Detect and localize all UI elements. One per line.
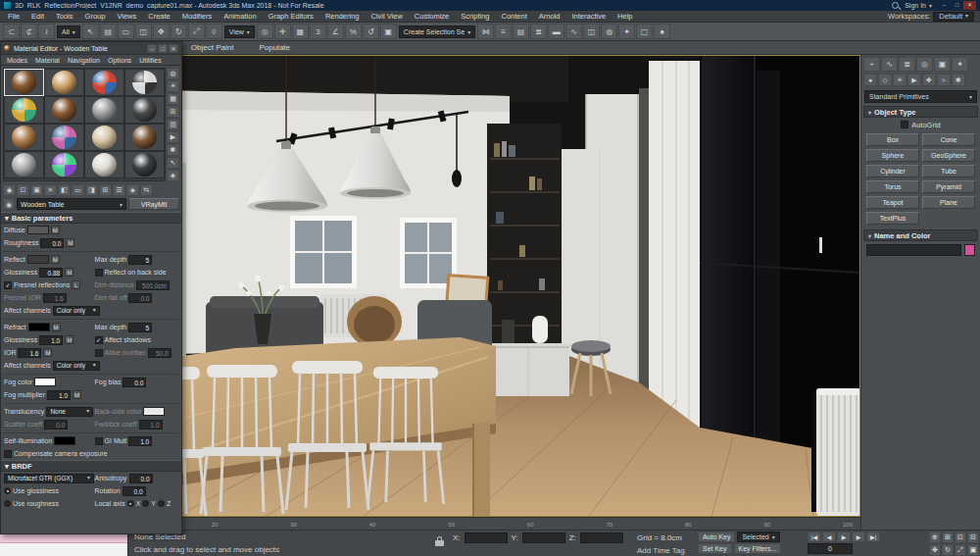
- self-illumination-swatch[interactable]: [54, 436, 75, 445]
- basic-parameters-rollout[interactable]: ▾Basic parameters: [1, 212, 181, 224]
- fresnel-reflections-checkbox[interactable]: ✓: [4, 281, 12, 289]
- reflect-map-button[interactable]: M: [51, 255, 60, 264]
- maximize-viewport-icon[interactable]: ▣: [967, 544, 979, 556]
- curve-editor-icon[interactable]: ∿: [565, 24, 582, 39]
- material-editor-icon[interactable]: ◍: [601, 24, 617, 39]
- select-and-manipulate-icon[interactable]: ✛: [274, 24, 291, 39]
- material-editor-menu-item[interactable]: Options: [104, 57, 135, 64]
- reflect-max-depth-spinner[interactable]: 5: [128, 255, 152, 265]
- render-setup-icon[interactable]: ✦: [618, 24, 635, 39]
- y-coordinate-field[interactable]: [522, 532, 565, 543]
- material-name-dropdown[interactable]: Wooden Table▾: [17, 198, 126, 210]
- material-editor-menu-item[interactable]: Navigation: [64, 57, 104, 64]
- close-button[interactable]: ✕: [963, 1, 976, 10]
- mult-spinner[interactable]: 1.0: [128, 436, 152, 446]
- object-type-button[interactable]: Cylinder: [866, 165, 919, 177]
- fresnel-ior-spinner[interactable]: 1.6: [43, 293, 67, 303]
- anisotropy-spinner[interactable]: 0.0: [129, 474, 153, 483]
- material-slot[interactable]: [124, 124, 165, 151]
- rendered-frame-window-icon[interactable]: ▢: [636, 24, 653, 39]
- name-color-rollout[interactable]: ▾Name and Color: [863, 229, 978, 241]
- get-material-icon[interactable]: ◉: [3, 184, 16, 196]
- use-roughness-radio[interactable]: [4, 500, 11, 507]
- backlight-icon[interactable]: ☀: [167, 80, 179, 92]
- go-to-end-button[interactable]: ▶|: [866, 531, 880, 542]
- fresnel-lock-button[interactable]: L: [72, 280, 80, 289]
- back-side-color-swatch[interactable]: [143, 407, 165, 416]
- refract-glossiness-spinner[interactable]: 1.0: [39, 335, 63, 345]
- pick-material-icon[interactable]: ◉: [3, 198, 15, 210]
- toggle-layer-explorer-icon[interactable]: ≣: [530, 24, 547, 39]
- primitives-dropdown[interactable]: Standard Primitives▾: [864, 90, 977, 103]
- tab-display[interactable]: ▣: [934, 57, 951, 72]
- object-type-button[interactable]: Sphere: [866, 149, 919, 162]
- scatter-coeff-spinner[interactable]: 0.0: [44, 420, 68, 430]
- options-icon[interactable]: ✱: [167, 144, 179, 156]
- material-slot[interactable]: [44, 151, 84, 178]
- tab-modify[interactable]: ∿: [881, 57, 898, 72]
- object-type-button[interactable]: TextPlus: [866, 212, 919, 225]
- select-by-name-icon[interactable]: ▤: [100, 24, 117, 39]
- roughness-spinner[interactable]: 0.0: [40, 238, 64, 248]
- material-slot[interactable]: [84, 151, 124, 178]
- material-slot[interactable]: [4, 124, 44, 151]
- select-and-scale-icon[interactable]: ⤢: [188, 24, 205, 39]
- background-icon[interactable]: ▦: [167, 93, 179, 105]
- menu-item[interactable]: Group: [79, 11, 112, 23]
- reference-coordinate-dropdown[interactable]: View▾: [224, 25, 255, 38]
- object-type-button[interactable]: Tube: [922, 165, 975, 177]
- compensate-exposure-checkbox[interactable]: [4, 450, 12, 458]
- me-minimize-icon[interactable]: –: [147, 44, 157, 53]
- key-mode-dropdown[interactable]: Selected▾: [737, 531, 779, 542]
- show-map-in-viewport-icon[interactable]: ⊞: [99, 184, 112, 196]
- abbe-spinner[interactable]: 50.0: [148, 348, 172, 358]
- go-forward-sibling-icon[interactable]: ⇆: [140, 184, 153, 196]
- select-and-place-icon[interactable]: ◊: [206, 24, 222, 39]
- material-slot[interactable]: [44, 96, 84, 124]
- material-editor-titlebar[interactable]: Material Editor - Wooden Table –□✕: [1, 42, 181, 55]
- reflect-color-swatch[interactable]: [27, 255, 49, 264]
- menu-item[interactable]: Interactive: [565, 11, 612, 23]
- put-to-scene-icon[interactable]: ⊡: [17, 184, 29, 196]
- menu-item[interactable]: Civil View: [365, 11, 408, 23]
- video-color-check-icon[interactable]: ▥: [167, 119, 179, 130]
- go-to-start-button[interactable]: |◀: [808, 531, 821, 542]
- tab-motion[interactable]: ◎: [916, 57, 933, 72]
- selection-lock-icon[interactable]: [435, 536, 445, 546]
- menu-item[interactable]: Scripting: [455, 11, 495, 23]
- go-to-parent-icon[interactable]: ◈: [126, 184, 139, 196]
- tab-create[interactable]: +: [863, 57, 880, 72]
- play-button[interactable]: ▶: [837, 531, 851, 542]
- align-icon[interactable]: ≡: [495, 24, 512, 39]
- key-filters-button[interactable]: Key Filters...: [734, 543, 782, 554]
- menu-item[interactable]: Rendering: [319, 11, 366, 23]
- category-geometry-icon[interactable]: ●: [863, 74, 877, 86]
- brdf-type-dropdown[interactable]: Microfacet GTR (GGX)▾: [4, 474, 94, 483]
- previous-frame-button[interactable]: ◀: [822, 531, 836, 542]
- zoom-icon[interactable]: ⊕: [929, 531, 941, 543]
- diffuse-color-swatch[interactable]: [27, 226, 49, 234]
- menu-item[interactable]: File: [2, 11, 25, 23]
- material-slot[interactable]: [44, 124, 84, 151]
- sample-type-icon[interactable]: ◍: [167, 68, 179, 79]
- menu-item[interactable]: Arnold: [533, 11, 566, 23]
- fog-multiplier-map-button[interactable]: M: [73, 390, 81, 399]
- select-and-link-icon[interactable]: ⊂: [3, 24, 20, 39]
- refract-max-depth-spinner[interactable]: 5: [128, 323, 152, 332]
- add-time-tag[interactable]: Add Time Tag: [637, 546, 685, 555]
- material-id-icon[interactable]: ◨: [85, 184, 98, 196]
- toggle-ribbon-icon[interactable]: ▬: [548, 24, 564, 39]
- me-close-icon[interactable]: ✕: [169, 44, 178, 53]
- spinner-snap-icon[interactable]: ↺: [363, 24, 379, 39]
- menu-item[interactable]: Create: [142, 11, 176, 23]
- category-shapes-icon[interactable]: ◇: [878, 74, 892, 86]
- object-type-button[interactable]: Teapot: [866, 196, 919, 209]
- snaps-toggle-icon[interactable]: 3: [310, 24, 326, 39]
- zoom-region-icon[interactable]: ⊟: [967, 531, 979, 543]
- schematic-view-icon[interactable]: ◫: [583, 24, 600, 39]
- select-object-icon[interactable]: ↖: [82, 24, 99, 39]
- menu-item[interactable]: Edit: [25, 11, 50, 23]
- keyboard-shortcut-override-icon[interactable]: ▦: [292, 24, 309, 39]
- menu-item[interactable]: Content: [495, 11, 532, 23]
- brdf-rollout[interactable]: ▾BRDF: [1, 460, 181, 472]
